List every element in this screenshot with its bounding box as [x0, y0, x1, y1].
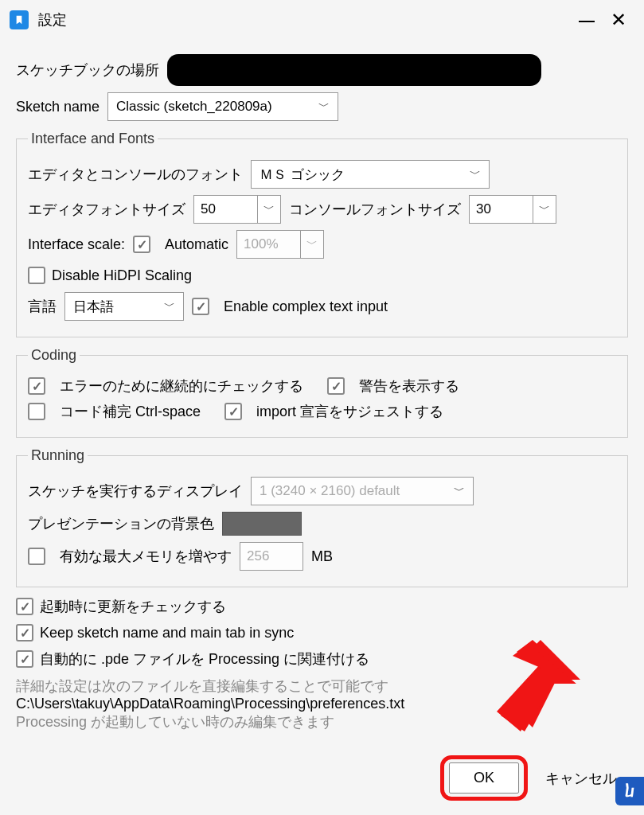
annotation-arrow	[485, 640, 580, 735]
code-completion-checkbox[interactable]	[28, 403, 45, 420]
associate-pde-checkbox[interactable]	[16, 650, 33, 668]
import-suggest-label: import 宣言をサジェストする	[256, 402, 443, 421]
coding-group: Coding エラーのために継続的にチェックする 警告を表示する コード補完 C…	[16, 347, 628, 438]
language-value: 日本語	[73, 298, 114, 316]
console-font-size-spinner[interactable]: 30 ﹀	[469, 195, 556, 224]
editor-console-font-label: エディタとコンソールのフォント	[28, 165, 243, 184]
sketchbook-location-redacted	[167, 54, 541, 86]
chevron-down-icon: ﹀	[300, 230, 324, 259]
disable-hidpi-label: Disable HiDPI Scaling	[52, 267, 192, 284]
ok-highlight: OK	[440, 755, 528, 801]
ok-button[interactable]: OK	[449, 762, 519, 794]
interface-fonts-group: Interface and Fonts エディタとコンソールのフォント ＭＳ ゴ…	[16, 131, 628, 337]
chevron-down-icon: ﹀	[318, 99, 330, 114]
presentation-bg-label: プレゼンテーションの背景色	[28, 514, 214, 533]
interface-fonts-legend: Interface and Fonts	[28, 131, 158, 147]
window-title: 設定	[38, 10, 571, 29]
max-memory-label: 有効な最大メモリを増やす	[60, 547, 232, 566]
max-memory-input: 256	[240, 542, 303, 571]
automatic-label: Automatic	[165, 236, 228, 253]
editor-font-size-spinner[interactable]: 50 ﹀	[193, 195, 281, 224]
presentation-bg-swatch[interactable]	[222, 512, 302, 536]
editor-font-size-value[interactable]: 50	[193, 195, 257, 224]
keep-sync-checkbox[interactable]	[16, 624, 33, 641]
associate-pde-label: 自動的に .pde ファイルを Processing に関連付ける	[40, 649, 369, 669]
language-select[interactable]: 日本語 ﹀	[64, 292, 184, 321]
max-memory-checkbox[interactable]	[28, 548, 45, 565]
import-suggest-checkbox[interactable]	[224, 403, 242, 420]
coding-legend: Coding	[28, 347, 80, 364]
language-label: 言語	[28, 297, 57, 316]
code-completion-label: コード補完 Ctrl-space	[60, 402, 201, 421]
disable-hidpi-checkbox[interactable]	[28, 267, 45, 284]
svg-marker-2	[501, 644, 576, 731]
editor-font-size-label: エディタフォントサイズ	[28, 200, 185, 219]
watermark-icon: ⴑ	[615, 777, 644, 805]
show-warnings-label: 警告を表示する	[359, 376, 459, 396]
sketch-name-label: Sketch name	[16, 99, 100, 115]
minimize-button[interactable]: —	[571, 11, 603, 29]
display-label: スケッチを実行するディスプレイ	[28, 482, 243, 501]
interface-scale-spinner: 100% ﹀	[236, 230, 324, 259]
show-warnings-checkbox[interactable]	[327, 377, 345, 395]
titlebar: 設定 — ✕	[0, 0, 644, 40]
check-updates-checkbox[interactable]	[16, 598, 33, 615]
chevron-down-icon: ﹀	[164, 299, 175, 314]
max-memory-unit: MB	[311, 548, 333, 565]
chevron-down-icon[interactable]: ﹀	[533, 195, 556, 224]
complex-text-label: Enable complex text input	[224, 298, 388, 315]
interface-scale-value: 100%	[236, 230, 300, 259]
chevron-down-icon: ﹀	[470, 167, 481, 181]
running-legend: Running	[28, 447, 88, 464]
console-font-size-label: コンソールフォントサイズ	[289, 200, 461, 219]
cancel-button[interactable]: キャンセル	[542, 762, 620, 794]
app-icon	[10, 10, 29, 29]
check-updates-label: 起動時に更新をチェックする	[40, 597, 226, 616]
sketch-name-select[interactable]: Classic (sketch_220809a) ﹀	[107, 92, 338, 121]
chevron-down-icon[interactable]: ﹀	[257, 195, 281, 224]
continuous-check-checkbox[interactable]	[28, 377, 45, 395]
continuous-check-label: エラーのために継続的にチェックする	[60, 376, 303, 396]
running-group: Running スケッチを実行するディスプレイ 1 (3240 × 2160) …	[16, 447, 628, 587]
editor-console-font-select[interactable]: ＭＳ ゴシック ﹀	[251, 160, 490, 189]
sketchbook-location-label: スケッチブックの場所	[16, 60, 159, 80]
interface-scale-label: Interface scale:	[28, 236, 125, 253]
editor-console-font-value: ＭＳ ゴシック	[260, 166, 345, 184]
display-value: 1 (3240 × 2160) default	[260, 483, 400, 499]
keep-sync-label: Keep sketch name and main tab in sync	[40, 625, 294, 641]
complex-text-checkbox[interactable]	[192, 298, 209, 315]
chevron-down-icon: ﹀	[454, 484, 465, 498]
max-memory-value: 256	[247, 548, 269, 564]
console-font-size-value[interactable]: 30	[469, 195, 533, 224]
sketch-name-value: Classic (sketch_220809a)	[116, 99, 272, 115]
automatic-checkbox[interactable]	[133, 236, 150, 253]
display-select[interactable]: 1 (3240 × 2160) default ﹀	[251, 477, 474, 505]
close-button[interactable]: ✕	[603, 9, 634, 31]
